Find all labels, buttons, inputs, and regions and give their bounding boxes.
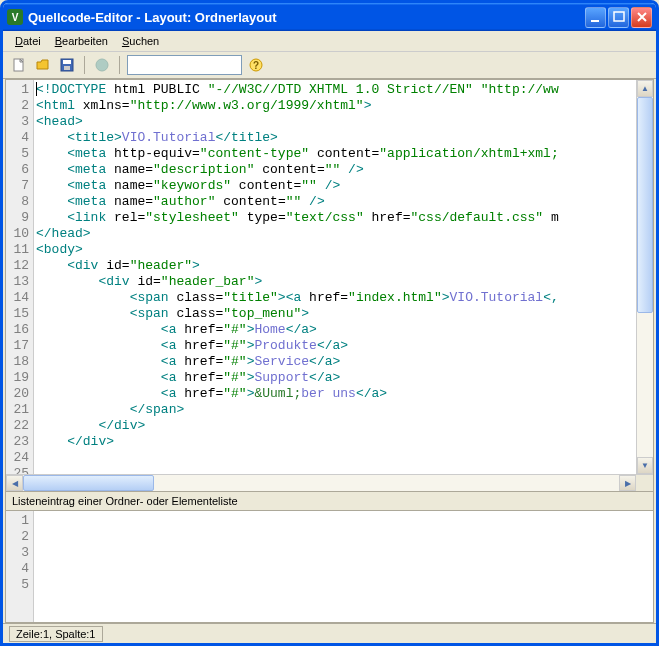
scroll-right-icon[interactable]: ▶: [619, 475, 636, 491]
menu-edit[interactable]: Bearbeiten: [49, 33, 114, 49]
globe-button[interactable]: [92, 55, 112, 75]
svg-rect-1: [614, 12, 624, 21]
lower-code-area[interactable]: [34, 511, 653, 622]
lower-line-gutter: 12345: [6, 511, 34, 622]
cursor-position: Zeile:1, Spalte:1: [9, 626, 103, 642]
scroll-track[interactable]: [637, 97, 653, 457]
menubar: Datei Bearbeiten Suchen: [3, 31, 656, 52]
content-area: 1234567891011121314151617181920212223242…: [3, 79, 656, 623]
menu-search[interactable]: Suchen: [116, 33, 165, 49]
lower-editor: 12345: [5, 511, 654, 623]
svg-text:?: ?: [253, 60, 259, 71]
svg-point-6: [96, 59, 108, 71]
scroll-down-icon[interactable]: ▼: [637, 457, 653, 474]
help-button[interactable]: ?: [246, 55, 266, 75]
new-file-button[interactable]: [9, 55, 29, 75]
titlebar[interactable]: V Quellcode-Editor - Layout: Ordnerlayou…: [3, 3, 656, 31]
search-input[interactable]: [127, 55, 242, 75]
toolbar: ?: [3, 52, 656, 79]
close-button[interactable]: [631, 7, 652, 28]
scroll-corner: [636, 475, 653, 491]
svg-rect-4: [63, 60, 71, 64]
scroll-thumb[interactable]: [23, 475, 154, 491]
toolbar-separator: [84, 56, 85, 74]
splitter-label: Listeneintrag einer Ordner- oder Element…: [5, 492, 654, 511]
scroll-thumb[interactable]: [637, 97, 653, 313]
app-window: V Quellcode-Editor - Layout: Ordnerlayou…: [0, 0, 659, 646]
open-file-button[interactable]: [33, 55, 53, 75]
statusbar: Zeile:1, Spalte:1: [3, 623, 656, 643]
maximize-button[interactable]: [608, 7, 629, 28]
minimize-button[interactable]: [585, 7, 606, 28]
app-icon: V: [7, 9, 23, 25]
scroll-track[interactable]: [23, 475, 619, 491]
save-button[interactable]: [57, 55, 77, 75]
vertical-scrollbar[interactable]: ▲ ▼: [636, 80, 653, 474]
window-title: Quellcode-Editor - Layout: Ordnerlayout: [28, 10, 585, 25]
main-editor: 1234567891011121314151617181920212223242…: [5, 79, 654, 492]
scroll-up-icon[interactable]: ▲: [637, 80, 653, 97]
menu-file[interactable]: Datei: [9, 33, 47, 49]
svg-rect-0: [591, 20, 599, 22]
svg-rect-5: [64, 66, 70, 70]
line-gutter: 1234567891011121314151617181920212223242…: [6, 80, 34, 474]
code-area[interactable]: <!DOCTYPE html PUBLIC "-//W3C//DTD XHTML…: [34, 80, 636, 474]
horizontal-scrollbar[interactable]: ◀ ▶: [6, 474, 653, 491]
toolbar-separator: [119, 56, 120, 74]
scroll-left-icon[interactable]: ◀: [6, 475, 23, 491]
